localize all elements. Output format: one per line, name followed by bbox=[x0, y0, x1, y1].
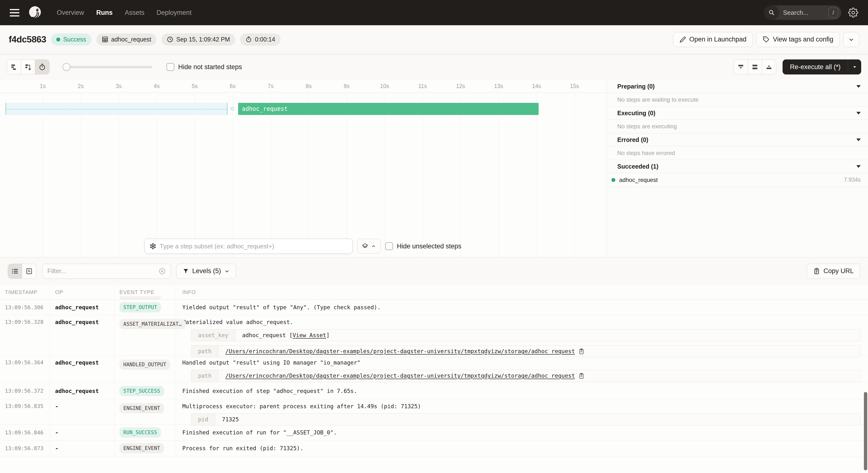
gantt-waiting-bar[interactable] bbox=[6, 103, 227, 115]
funnel-icon bbox=[183, 268, 189, 274]
gantt-step-bar[interactable]: adhoc_request bbox=[238, 103, 538, 115]
slider-knob[interactable] bbox=[63, 63, 70, 71]
collapse-panel-up-button[interactable] bbox=[762, 60, 776, 74]
axis-gridline bbox=[309, 93, 309, 257]
view-waterfall-button[interactable] bbox=[21, 60, 35, 74]
waterfall-icon bbox=[25, 63, 32, 71]
log-filter-input[interactable]: Filter... bbox=[42, 264, 171, 279]
nav-item-assets[interactable]: Assets bbox=[125, 9, 145, 16]
split-panels-icon bbox=[751, 63, 758, 71]
log-row[interactable]: 13:09:56.372 adhoc_request STEP_SUCCESS … bbox=[0, 383, 868, 399]
nav-item-runs[interactable]: Runs bbox=[96, 9, 113, 16]
run-actions-dropdown-button[interactable] bbox=[843, 32, 859, 47]
metadata-value: 71325 bbox=[222, 416, 239, 423]
nav-item-deployment[interactable]: Deployment bbox=[157, 9, 191, 16]
copy-url-button[interactable]: Copy URL bbox=[807, 264, 860, 279]
log-table-header: TIMESTAMP OP EVENT TYPE INFO bbox=[0, 285, 868, 300]
gantt-step-bar-label: adhoc_request bbox=[242, 105, 288, 112]
log-view-mode-group bbox=[8, 264, 36, 279]
copy-path-icon[interactable] bbox=[579, 348, 585, 354]
log-row[interactable]: 13:09:56.364 adhoc_request HANDLED_OUTPU… bbox=[0, 356, 868, 383]
path-link[interactable]: /Users/erincochran/Desktop/dagster-examp… bbox=[225, 373, 575, 379]
job-name-tag[interactable]: adhoc_request bbox=[96, 33, 157, 45]
event-type-badge: RUN_SUCCESS bbox=[119, 428, 161, 438]
split-panels-button[interactable] bbox=[748, 60, 762, 74]
axis-tick-label: 10s bbox=[375, 83, 395, 90]
view-flat-gantt-button[interactable] bbox=[7, 60, 21, 74]
caret-down-icon bbox=[852, 64, 857, 70]
open-in-launchpad-button[interactable]: Open in Launchpad bbox=[673, 32, 753, 47]
step-subset-row: Type a step subset (ex: adhoc_request+) … bbox=[145, 239, 461, 254]
hide-unselected-checkline: Hide unselected steps bbox=[385, 242, 461, 250]
succeeded-step-duration: 7.934s bbox=[844, 177, 861, 183]
hide-unselected-checkbox[interactable] bbox=[385, 242, 393, 250]
clear-filter-icon[interactable] bbox=[158, 268, 166, 275]
log-levels-filter-button[interactable]: Levels (5) bbox=[176, 264, 236, 279]
run-id-title: f4dc5863 bbox=[9, 34, 46, 45]
succeeded-step-row[interactable]: adhoc_request 7.934s bbox=[607, 173, 868, 187]
step-status-panel: Preparing (0) No steps are waiting to ex… bbox=[606, 80, 868, 257]
path-link[interactable]: /Users/erincochran/Desktop/dagster-examp… bbox=[225, 348, 575, 354]
axis-tick-label: 11s bbox=[413, 83, 432, 90]
log-row[interactable]: 13:09:56.873 - ENGINE_EVENT Process for … bbox=[0, 440, 868, 456]
panel-down-icon bbox=[737, 63, 744, 71]
view-tags-config-button[interactable]: View tags and config bbox=[756, 32, 840, 47]
dagster-logo-icon[interactable] bbox=[28, 5, 43, 20]
axis-gridline bbox=[233, 93, 233, 257]
gantt-zoom-slider[interactable] bbox=[63, 63, 152, 71]
axis-gridline bbox=[81, 93, 81, 257]
log-table: TIMESTAMP OP EVENT TYPE INFO 13:09:56.30… bbox=[0, 285, 868, 456]
log-levels-label: Levels (5) bbox=[192, 267, 221, 275]
axis-gridline bbox=[575, 93, 575, 257]
axis-tick-label: 14s bbox=[527, 83, 547, 90]
log-row[interactable]: 13:09:56.328 adhoc_request ASSET_MATERIA… bbox=[0, 315, 868, 356]
graph-query-toggle-button[interactable] bbox=[357, 239, 381, 254]
section-preparing-title: Preparing (0) bbox=[617, 83, 655, 90]
log-structured-view-button[interactable] bbox=[22, 264, 36, 278]
hamburger-menu-icon[interactable] bbox=[10, 9, 20, 16]
settings-gear-icon[interactable] bbox=[848, 7, 858, 18]
event-type-badge: ENGINE_EVENT bbox=[119, 443, 164, 453]
section-preparing-empty: No steps are waiting to execute bbox=[607, 93, 868, 107]
col-header-op: OP bbox=[50, 285, 115, 300]
nav-item-overview[interactable]: Overview bbox=[57, 9, 84, 16]
log-row[interactable]: 13:09:56.835 - ENGINE_EVENT Multiprocess… bbox=[0, 399, 868, 425]
section-succeeded-header[interactable]: Succeeded (1) bbox=[607, 160, 868, 173]
status-label: Success bbox=[63, 36, 86, 43]
slider-track[interactable] bbox=[63, 66, 152, 68]
view-timed-gantt-button[interactable] bbox=[35, 60, 49, 74]
chevron-up-icon bbox=[371, 243, 376, 249]
section-executing-header[interactable]: Executing (0) bbox=[607, 107, 868, 120]
gantt-link-circle bbox=[231, 107, 234, 110]
log-row[interactable]: 13:09:56.846 - RUN_SUCCESS Finished exec… bbox=[0, 425, 868, 440]
metadata-value: adhoc_request bbox=[242, 332, 286, 338]
stopwatch-icon bbox=[245, 36, 252, 43]
event-type-badge: STEP_OUTPUT bbox=[119, 302, 161, 312]
caret-down-icon bbox=[856, 112, 861, 114]
section-executing-title: Executing (0) bbox=[617, 110, 655, 117]
view-asset-link[interactable]: View Asset bbox=[293, 332, 326, 338]
section-errored-header[interactable]: Errored (0) bbox=[607, 133, 868, 146]
step-subset-input[interactable]: Type a step subset (ex: adhoc_request+) bbox=[145, 239, 353, 254]
collapse-panel-down-button[interactable] bbox=[734, 60, 748, 74]
reexecute-all-button[interactable]: Re-execute all (*) bbox=[782, 60, 848, 74]
col-header-info: INFO bbox=[176, 285, 868, 300]
axis-gridline bbox=[271, 93, 271, 257]
log-row[interactable]: 13:09:56.306 adhoc_request STEP_OUTPUT Y… bbox=[0, 300, 868, 315]
list-view-icon bbox=[11, 268, 19, 275]
search-input[interactable]: Search... / bbox=[764, 5, 841, 20]
log-list-view-button[interactable] bbox=[8, 264, 22, 278]
copy-url-label: Copy URL bbox=[823, 267, 854, 275]
reexecute-dropdown-button[interactable] bbox=[848, 60, 861, 74]
log-scrollbar-thumb[interactable] bbox=[864, 392, 867, 470]
axis-tick-label: 15s bbox=[565, 83, 584, 90]
section-preparing-header[interactable]: Preparing (0) bbox=[607, 80, 868, 93]
hide-not-started-checkbox[interactable] bbox=[166, 63, 174, 71]
reexecute-all-label: Re-execute all (*) bbox=[790, 63, 841, 71]
reexecute-button-group: Re-execute all (*) bbox=[782, 60, 861, 74]
metadata-pid: pid 71325 bbox=[191, 413, 861, 426]
event-type-badge: ASSET_MATERIALIZAT… bbox=[119, 319, 185, 329]
copy-path-icon[interactable] bbox=[579, 373, 585, 379]
nav-links: Overview Runs Assets Deployment bbox=[57, 9, 191, 16]
success-dot-icon bbox=[612, 178, 615, 182]
